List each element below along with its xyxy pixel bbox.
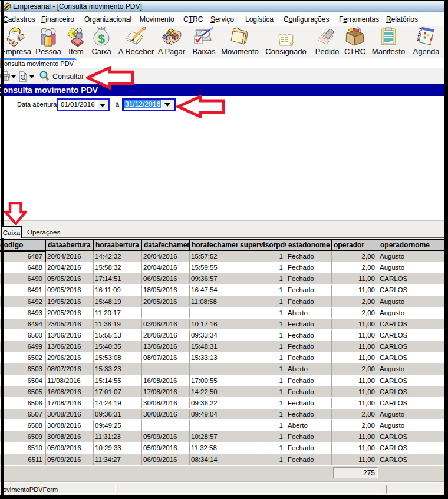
svg-text:$: $	[98, 32, 105, 45]
